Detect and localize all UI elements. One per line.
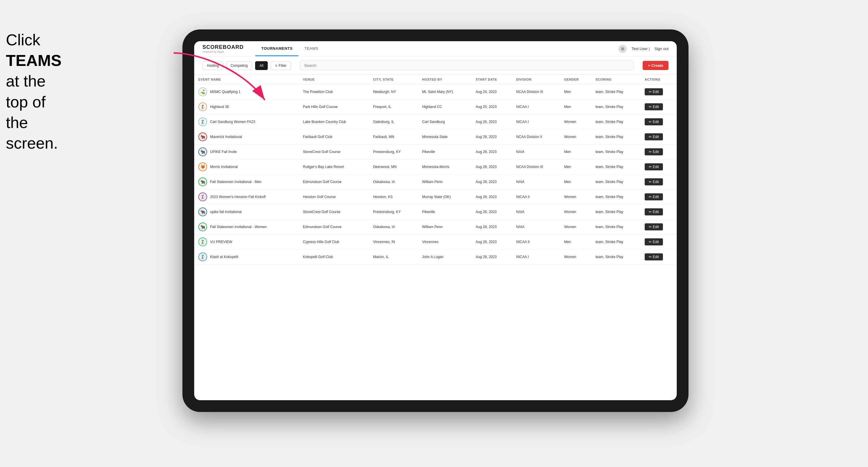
event-icon: 🐂 bbox=[198, 222, 207, 231]
city-state-cell: Prestonsburg, KY bbox=[369, 145, 418, 159]
table-row: 🏌 Klash at Kokopelli Kokopelli Golf Club… bbox=[194, 250, 677, 264]
event-icon: 🐂 bbox=[198, 208, 207, 216]
edit-button[interactable]: ✏ Edit bbox=[645, 163, 663, 170]
nav-tournaments[interactable]: TOURNAMENTS bbox=[255, 41, 298, 56]
event-icon: 🏌 bbox=[198, 117, 207, 126]
filter-icon: ≡ bbox=[275, 64, 277, 68]
settings-icon[interactable]: ⚙ bbox=[619, 45, 627, 53]
event-name-cell: 🐂 UPIKE Fall Invite bbox=[194, 145, 299, 159]
edit-button[interactable]: ✏ Edit bbox=[645, 238, 663, 245]
hosted-by-cell: Minnesota-Morris bbox=[418, 159, 471, 175]
hosted-by-cell: Vincennes bbox=[418, 235, 471, 250]
actions-cell: ✏ Edit bbox=[641, 235, 677, 250]
city-state-cell: Marion, IL bbox=[369, 250, 418, 264]
hosted-by-cell: William Penn bbox=[418, 175, 471, 189]
event-name-cell: 🏌 Highland 36 bbox=[194, 99, 299, 115]
city-state-cell: Hesston, KS bbox=[369, 189, 418, 205]
search-container bbox=[300, 61, 634, 70]
tournaments-table: EVENT NAME VENUE CITY, STATE HOSTED BY S… bbox=[194, 75, 677, 264]
all-tab[interactable]: All bbox=[255, 61, 268, 70]
table-row: 🏌 Carl Sandburg Women FA23 Lake Bracken … bbox=[194, 115, 677, 129]
scoring-cell: team, Stroke Play bbox=[591, 129, 641, 145]
venue-cell: Park Hills Golf Course bbox=[299, 99, 369, 115]
scoring-cell: team, Stroke Play bbox=[591, 145, 641, 159]
event-name: upike fall invitational bbox=[210, 210, 242, 214]
nav-right: ⚙ Test User | Sign out bbox=[619, 45, 669, 53]
table-row: 🐂 UPIKE Fall Invite StoneCrest Golf Cour… bbox=[194, 145, 677, 159]
city-state-cell: Vincennes, IN bbox=[369, 235, 418, 250]
actions-cell: ✏ Edit bbox=[641, 85, 677, 99]
division-cell: NAIA bbox=[512, 205, 560, 220]
search-input[interactable] bbox=[300, 61, 634, 70]
sign-out-link[interactable]: Sign out bbox=[654, 46, 669, 51]
division-cell: NAIA bbox=[512, 175, 560, 189]
table-row: 🏌 VU PREVIEW Cypress Hills Golf Club Vin… bbox=[194, 235, 677, 250]
division-cell: NICAA I bbox=[512, 250, 560, 264]
actions-cell: ✏ Edit bbox=[641, 115, 677, 129]
nav-teams[interactable]: TEAMS bbox=[298, 41, 324, 56]
venue-cell: StoneCrest Golf Course bbox=[299, 205, 369, 220]
division-cell: NCAA Division II bbox=[512, 129, 560, 145]
gender-cell: Men bbox=[560, 145, 591, 159]
create-button[interactable]: + Create bbox=[643, 61, 669, 70]
edit-button[interactable]: ✏ Edit bbox=[645, 223, 663, 230]
logo-area: SCOREBOARD Powered by clippit bbox=[203, 44, 244, 53]
gender-cell: Women bbox=[560, 250, 591, 264]
hosted-by-cell: Minnesota State bbox=[418, 129, 471, 145]
scoring-cell: team, Stroke Play bbox=[591, 175, 641, 189]
hosting-tab[interactable]: Hosting bbox=[203, 61, 223, 70]
edit-button[interactable]: ✏ Edit bbox=[645, 178, 663, 185]
city-state-cell: Oskaloosa, IA bbox=[369, 175, 418, 189]
edit-button[interactable]: ✏ Edit bbox=[645, 133, 663, 141]
hosted-by-cell: Highland CC bbox=[418, 99, 471, 115]
edit-button[interactable]: ✏ Edit bbox=[645, 253, 663, 260]
navbar: SCOREBOARD Powered by clippit TOURNAMENT… bbox=[194, 41, 677, 57]
city-state-cell: Oskaloosa, IA bbox=[369, 220, 418, 235]
division-cell: NICAA II bbox=[512, 189, 560, 205]
edit-button[interactable]: ✏ Edit bbox=[645, 118, 663, 125]
actions-cell: ✏ Edit bbox=[641, 250, 677, 264]
gender-cell: Women bbox=[560, 205, 591, 220]
event-name-cell: 🐂 Maverick Invitational bbox=[194, 129, 299, 145]
start-date-cell: Aug 28, 2023 bbox=[471, 129, 512, 145]
scoring-cell: team, Stroke Play bbox=[591, 250, 641, 264]
venue-cell: Lake Bracken Country Club bbox=[299, 115, 369, 129]
start-date-cell: Aug 26, 2023 bbox=[471, 115, 512, 129]
event-name-cell: 🏌 Carl Sandburg Women FA23 bbox=[194, 115, 299, 129]
start-date-cell: Aug 28, 2023 bbox=[471, 189, 512, 205]
table-row: 🐂 upike fall invitational StoneCrest Gol… bbox=[194, 205, 677, 220]
filter-label: Filter bbox=[279, 64, 287, 68]
city-state-cell: Prestonsburg, KY bbox=[369, 205, 418, 220]
edit-button[interactable]: ✏ Edit bbox=[645, 103, 663, 111]
event-icon: 🏌 bbox=[198, 238, 207, 246]
actions-cell: ✏ Edit bbox=[641, 175, 677, 189]
start-date-cell: Aug 28, 2023 bbox=[471, 145, 512, 159]
tablet-frame: SCOREBOARD Powered by clippit TOURNAMENT… bbox=[182, 29, 688, 412]
edit-button[interactable]: ✏ Edit bbox=[645, 88, 663, 95]
hosted-by-cell: Pikeville bbox=[418, 145, 471, 159]
city-state-cell: Freeport, IL bbox=[369, 99, 418, 115]
competing-tab[interactable]: Competing bbox=[226, 61, 252, 70]
edit-button[interactable]: ✏ Edit bbox=[645, 208, 663, 215]
scoring-cell: team, Stroke Play bbox=[591, 99, 641, 115]
event-icon: 🐂 bbox=[198, 132, 207, 141]
edit-button[interactable]: ✏ Edit bbox=[645, 148, 663, 155]
col-start-date: START DATE bbox=[471, 75, 512, 85]
scoring-cell: team, Stroke Play bbox=[591, 159, 641, 175]
edit-button[interactable]: ✏ Edit bbox=[645, 193, 663, 200]
nav-links: TOURNAMENTS TEAMS bbox=[255, 41, 619, 56]
filter-button[interactable]: ≡ Filter bbox=[271, 61, 291, 70]
table-row: 🦊 Morris Invitational Ruttger's Bay Lake… bbox=[194, 159, 677, 175]
event-name: 2023 Women's Hesston Fall Kickoff bbox=[210, 195, 266, 199]
start-date-cell: Aug 28, 2023 bbox=[471, 175, 512, 189]
gender-cell: Men bbox=[560, 175, 591, 189]
col-division: DIVISION bbox=[512, 75, 560, 85]
event-icon: 🏌 bbox=[198, 102, 207, 111]
gender-cell: Women bbox=[560, 220, 591, 235]
city-state-cell: Deerwood, MN bbox=[369, 159, 418, 175]
actions-cell: ✏ Edit bbox=[641, 189, 677, 205]
hosted-by-cell: Murray State (OK) bbox=[418, 189, 471, 205]
division-cell: NCAA Division III bbox=[512, 159, 560, 175]
gender-cell: Men bbox=[560, 159, 591, 175]
venue-cell: Cypress Hills Golf Club bbox=[299, 235, 369, 250]
